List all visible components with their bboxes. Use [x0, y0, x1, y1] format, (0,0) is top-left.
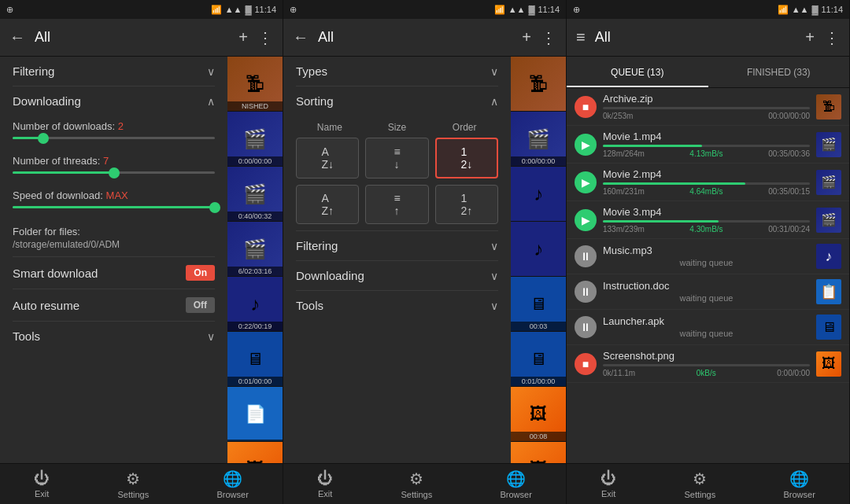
dl-info-movie1: Movie 1.mp4 128m/264m 4.13mB/s 00:35/00:… [603, 131, 810, 158]
folder-path: /storage/emulated/0/ADM [13, 239, 215, 250]
back-button-2[interactable]: ← [293, 28, 309, 46]
dl-speed-movie2: 4.64mB/s [689, 187, 722, 196]
hamburger-menu-3[interactable]: ≡ [576, 28, 586, 46]
thumb-7: 📄 [227, 387, 283, 442]
settings-button-2[interactable]: ⚙ Settings [401, 469, 432, 499]
tab-finished[interactable]: FINISHED (33) [708, 57, 850, 87]
sort-name-asc[interactable]: AZ↑ [296, 185, 359, 224]
dl-info-instruction: Instruction.doc waiting queue [603, 280, 810, 304]
speed-slider[interactable] [13, 206, 215, 208]
filtering2-section[interactable]: Filtering ∨ [283, 231, 511, 260]
thumb-1: 🗜 NISHED [227, 57, 283, 112]
num-threads-item: Number of threads: 7 [0, 150, 227, 185]
status-icon-instruction: ⏸ [575, 281, 597, 303]
thumb-4: 🎬 6/02:03:16 [227, 222, 283, 277]
settings-icon-1: ⚙ [126, 469, 140, 488]
filtering-section[interactable]: Filtering ∨ [0, 57, 227, 86]
sort-order-asc[interactable]: 12↑ [435, 185, 498, 224]
tools2-section[interactable]: Tools ∨ [283, 291, 511, 320]
waiting-instruction: waiting queue [603, 292, 810, 304]
sort-name-desc[interactable]: AZ↓ [296, 138, 359, 178]
auto-resume-row: Auto resume Off [0, 289, 227, 321]
tab-queue[interactable]: QUEUE (13) [567, 57, 708, 87]
browser-icon-2: 🌐 [506, 469, 526, 488]
thumb-3: 🎬 0:40/00:32 [227, 167, 283, 222]
list-item[interactable]: ⏸ Launcher.apk waiting queue 🖥 [567, 310, 849, 345]
browser-button-2[interactable]: 🌐 Browser [500, 469, 531, 499]
list-item[interactable]: ⏸ Music.mp3 waiting queue ♪ [567, 239, 849, 274]
sort-order-desc[interactable]: 12↓ [435, 138, 498, 178]
menu-button-1[interactable]: ⋮ [257, 28, 273, 47]
add-button-3[interactable]: + [805, 28, 815, 46]
sort-size-desc[interactable]: ≡↓ [365, 138, 428, 178]
browser-button-3[interactable]: 🌐 Browser [783, 469, 815, 499]
sort-buttons-container: Name Size Order AZ↓ ≡↓ 12↓ AZ↑ ≡↑ 12↑ [283, 116, 511, 230]
settings-scroll: Filtering ∨ Downloading ∧ Number of down… [0, 57, 227, 463]
num-downloads-item: Number of downloads: 2 [0, 116, 227, 150]
settings-icon-3: ⚙ [693, 469, 707, 488]
num-threads-slider[interactable] [13, 171, 215, 174]
signal-icon: ▲▲ [225, 5, 242, 14]
num-downloads-slider[interactable] [13, 137, 215, 139]
dl-speed-movie1: 4.13mB/s [689, 149, 722, 158]
signal-icon-3: ▲▲ [792, 5, 809, 14]
dl-left-movie2: 160m/231m [603, 187, 645, 196]
menu-button-3[interactable]: ⋮ [824, 28, 840, 47]
dl-left-archive: 0k/253m [603, 112, 633, 120]
settings-icon-2: ⚙ [409, 469, 423, 488]
menu-button-2[interactable]: ⋮ [541, 28, 556, 47]
num-threads-label: Number of threads: 7 [13, 155, 215, 167]
list-item[interactable]: ■ Screenshot.png 0k/11.1m 0kB/s 0:00/0:0… [567, 345, 849, 383]
exit-button-3[interactable]: ⏻ Exit [601, 469, 616, 498]
wifi-icon-3: 📶 [778, 5, 789, 15]
panel-downloads: ⊕ 📶 ▲▲ ▓ 11:14 ≡ All + ⋮ QUEUE (13) FINI… [567, 0, 850, 504]
back-button-1[interactable]: ← [9, 28, 25, 46]
sort-grid-top: AZ↓ ≡↓ 12↓ AZ↑ ≡↑ 12↑ [296, 138, 498, 224]
thumb-8: 🖼 00:00 [227, 442, 283, 463]
settings-button-1[interactable]: ⚙ Settings [117, 469, 149, 499]
sorting-section[interactable]: Sorting ∧ [283, 86, 511, 116]
time-display-3: 11:14 [821, 5, 843, 14]
folder-label: Folder for files: [13, 226, 215, 237]
settings-label-3: Settings [684, 490, 715, 499]
dl-progress-movie2 [603, 182, 810, 185]
exit-button-2[interactable]: ⏻ Exit [317, 469, 333, 498]
tools-section[interactable]: Tools ∨ [0, 322, 227, 351]
dl-progress-movie1 [603, 145, 810, 147]
add-button-1[interactable]: + [238, 28, 248, 46]
p2-thumb-2: 🎬 0:00/00:00 [511, 112, 566, 167]
list-item[interactable]: ▶ Movie 3.mp4 133m/239m 4.30mB/s 00:31/0… [567, 201, 849, 239]
list-item[interactable]: ⏸ Instruction.doc waiting queue 📋 [567, 274, 849, 310]
battery-icon-3: ▓ [811, 5, 818, 14]
dl-right-movie1: 00:35/00:36 [768, 149, 810, 158]
exit-label-1: Exit [35, 489, 49, 498]
filtering-label: Filtering [13, 64, 54, 78]
smart-download-toggle[interactable]: On [186, 265, 215, 281]
dl-name-screenshot: Screenshot.png [603, 350, 810, 362]
types-section[interactable]: Types ∨ [283, 57, 511, 86]
auto-resume-toggle[interactable]: Off [186, 297, 215, 313]
sort-size-asc[interactable]: ≡↑ [365, 185, 428, 224]
panel-body-1: Filtering ∨ Downloading ∧ Number of down… [0, 57, 283, 463]
tabs-bar: QUEUE (13) FINISHED (33) [567, 57, 849, 88]
panel-sort: ⊕ 📶 ▲▲ ▓ 11:14 ← All + ⋮ Types ∨ Sor [283, 0, 567, 504]
wifi-icon-2: 📶 [494, 5, 505, 15]
dl-thumb-archive: 🗜 [816, 94, 841, 120]
browser-button-1[interactable]: 🌐 Browser [216, 469, 248, 499]
settings-button-3[interactable]: ⚙ Settings [684, 469, 715, 499]
types-label: Types [296, 64, 327, 78]
downloading2-section[interactable]: Downloading ∨ [283, 261, 511, 290]
smart-download-label: Smart download [13, 267, 98, 280]
tools-label: Tools [13, 329, 40, 343]
list-item[interactable]: ▶ Movie 1.mp4 128m/264m 4.13mB/s 00:35/0… [567, 126, 849, 164]
dl-thumb-instruction: 📋 [816, 279, 841, 304]
dl-info-archive: Archive.zip 0k/253m 00:00/00:00 [603, 93, 810, 120]
dl-name-archive: Archive.zip [603, 93, 810, 105]
list-item[interactable]: ■ Archive.zip 0k/253m 00:00/00:00 🗜 [567, 88, 849, 126]
list-item[interactable]: ▶ Movie 2.mp4 160m/231m 4.64mB/s 00:35/0… [567, 164, 849, 201]
add-button-2[interactable]: + [522, 28, 531, 46]
downloading-section[interactable]: Downloading ∧ [0, 86, 227, 116]
exit-button-1[interactable]: ⏻ Exit [34, 469, 50, 498]
dl-thumb-movie1: 🎬 [816, 132, 841, 157]
sort-col-name: Name [296, 122, 364, 133]
